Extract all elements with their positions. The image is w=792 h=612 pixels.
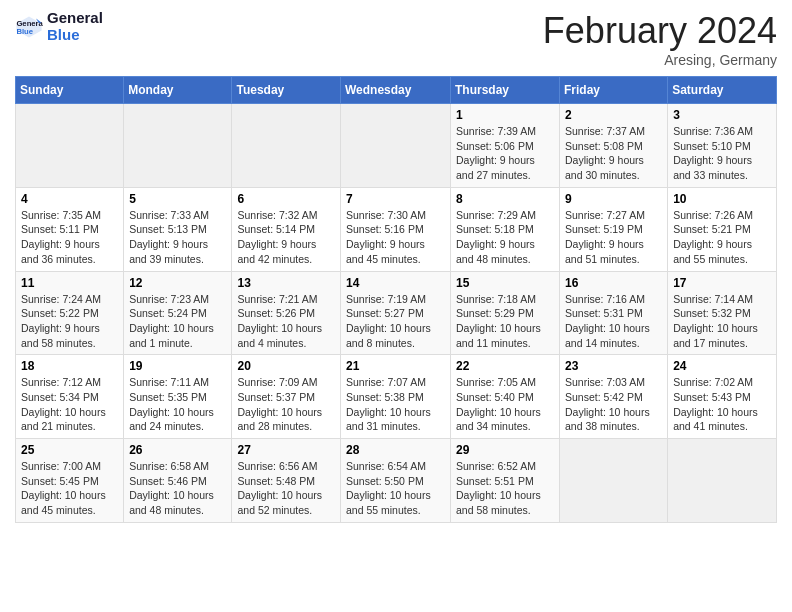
svg-text:Blue: Blue [16, 27, 33, 36]
day-number: 16 [565, 276, 662, 290]
weekday-header-thursday: Thursday [451, 77, 560, 104]
day-info: Sunrise: 7:00 AMSunset: 5:45 PMDaylight:… [21, 459, 118, 518]
calendar-cell: 8Sunrise: 7:29 AMSunset: 5:18 PMDaylight… [451, 187, 560, 271]
day-number: 27 [237, 443, 335, 457]
calendar-cell: 18Sunrise: 7:12 AMSunset: 5:34 PMDayligh… [16, 355, 124, 439]
day-number: 5 [129, 192, 226, 206]
day-number: 24 [673, 359, 771, 373]
calendar-cell: 17Sunrise: 7:14 AMSunset: 5:32 PMDayligh… [668, 271, 777, 355]
calendar-body: 1Sunrise: 7:39 AMSunset: 5:06 PMDaylight… [16, 104, 777, 523]
day-info: Sunrise: 7:12 AMSunset: 5:34 PMDaylight:… [21, 375, 118, 434]
weekday-header-saturday: Saturday [668, 77, 777, 104]
day-info: Sunrise: 7:37 AMSunset: 5:08 PMDaylight:… [565, 124, 662, 183]
calendar-cell: 4Sunrise: 7:35 AMSunset: 5:11 PMDaylight… [16, 187, 124, 271]
logo: General Blue General Blue [15, 10, 103, 43]
calendar-cell: 29Sunrise: 6:52 AMSunset: 5:51 PMDayligh… [451, 439, 560, 523]
calendar-cell [341, 104, 451, 188]
day-number: 9 [565, 192, 662, 206]
title-area: February 2024 Aresing, Germany [543, 10, 777, 68]
day-number: 3 [673, 108, 771, 122]
day-info: Sunrise: 7:29 AMSunset: 5:18 PMDaylight:… [456, 208, 554, 267]
day-number: 10 [673, 192, 771, 206]
day-number: 29 [456, 443, 554, 457]
day-info: Sunrise: 7:30 AMSunset: 5:16 PMDaylight:… [346, 208, 445, 267]
day-number: 22 [456, 359, 554, 373]
calendar-week-row: 18Sunrise: 7:12 AMSunset: 5:34 PMDayligh… [16, 355, 777, 439]
calendar-cell: 24Sunrise: 7:02 AMSunset: 5:43 PMDayligh… [668, 355, 777, 439]
calendar-cell: 22Sunrise: 7:05 AMSunset: 5:40 PMDayligh… [451, 355, 560, 439]
day-info: Sunrise: 7:21 AMSunset: 5:26 PMDaylight:… [237, 292, 335, 351]
logo-icon: General Blue [15, 13, 43, 41]
svg-text:General: General [16, 18, 43, 27]
day-number: 8 [456, 192, 554, 206]
calendar-cell: 2Sunrise: 7:37 AMSunset: 5:08 PMDaylight… [560, 104, 668, 188]
calendar-cell [668, 439, 777, 523]
calendar-week-row: 25Sunrise: 7:00 AMSunset: 5:45 PMDayligh… [16, 439, 777, 523]
day-info: Sunrise: 7:18 AMSunset: 5:29 PMDaylight:… [456, 292, 554, 351]
calendar-cell: 9Sunrise: 7:27 AMSunset: 5:19 PMDaylight… [560, 187, 668, 271]
calendar-cell: 28Sunrise: 6:54 AMSunset: 5:50 PMDayligh… [341, 439, 451, 523]
calendar-cell: 21Sunrise: 7:07 AMSunset: 5:38 PMDayligh… [341, 355, 451, 439]
weekday-header-row: SundayMondayTuesdayWednesdayThursdayFrid… [16, 77, 777, 104]
calendar-cell: 23Sunrise: 7:03 AMSunset: 5:42 PMDayligh… [560, 355, 668, 439]
weekday-header-friday: Friday [560, 77, 668, 104]
day-number: 6 [237, 192, 335, 206]
day-info: Sunrise: 7:26 AMSunset: 5:21 PMDaylight:… [673, 208, 771, 267]
logo-text-general: General [47, 10, 103, 27]
day-info: Sunrise: 6:54 AMSunset: 5:50 PMDaylight:… [346, 459, 445, 518]
day-info: Sunrise: 7:03 AMSunset: 5:42 PMDaylight:… [565, 375, 662, 434]
day-number: 7 [346, 192, 445, 206]
day-number: 17 [673, 276, 771, 290]
day-info: Sunrise: 6:58 AMSunset: 5:46 PMDaylight:… [129, 459, 226, 518]
calendar-cell: 10Sunrise: 7:26 AMSunset: 5:21 PMDayligh… [668, 187, 777, 271]
month-title: February 2024 [543, 10, 777, 52]
header: General Blue General Blue February 2024 … [15, 10, 777, 68]
day-info: Sunrise: 7:05 AMSunset: 5:40 PMDaylight:… [456, 375, 554, 434]
day-info: Sunrise: 7:35 AMSunset: 5:11 PMDaylight:… [21, 208, 118, 267]
weekday-header-monday: Monday [124, 77, 232, 104]
day-number: 1 [456, 108, 554, 122]
calendar-cell: 16Sunrise: 7:16 AMSunset: 5:31 PMDayligh… [560, 271, 668, 355]
calendar-cell: 15Sunrise: 7:18 AMSunset: 5:29 PMDayligh… [451, 271, 560, 355]
day-info: Sunrise: 7:39 AMSunset: 5:06 PMDaylight:… [456, 124, 554, 183]
calendar-cell: 13Sunrise: 7:21 AMSunset: 5:26 PMDayligh… [232, 271, 341, 355]
day-info: Sunrise: 7:14 AMSunset: 5:32 PMDaylight:… [673, 292, 771, 351]
calendar-cell: 20Sunrise: 7:09 AMSunset: 5:37 PMDayligh… [232, 355, 341, 439]
day-info: Sunrise: 7:36 AMSunset: 5:10 PMDaylight:… [673, 124, 771, 183]
weekday-header-sunday: Sunday [16, 77, 124, 104]
calendar-header: SundayMondayTuesdayWednesdayThursdayFrid… [16, 77, 777, 104]
logo-text-blue: Blue [47, 27, 103, 44]
day-number: 26 [129, 443, 226, 457]
day-info: Sunrise: 7:11 AMSunset: 5:35 PMDaylight:… [129, 375, 226, 434]
calendar-week-row: 1Sunrise: 7:39 AMSunset: 5:06 PMDaylight… [16, 104, 777, 188]
calendar-cell: 12Sunrise: 7:23 AMSunset: 5:24 PMDayligh… [124, 271, 232, 355]
calendar-cell [16, 104, 124, 188]
day-number: 14 [346, 276, 445, 290]
calendar-cell: 25Sunrise: 7:00 AMSunset: 5:45 PMDayligh… [16, 439, 124, 523]
day-info: Sunrise: 7:07 AMSunset: 5:38 PMDaylight:… [346, 375, 445, 434]
calendar-cell [232, 104, 341, 188]
calendar-cell [124, 104, 232, 188]
day-info: Sunrise: 7:02 AMSunset: 5:43 PMDaylight:… [673, 375, 771, 434]
day-info: Sunrise: 7:27 AMSunset: 5:19 PMDaylight:… [565, 208, 662, 267]
weekday-header-wednesday: Wednesday [341, 77, 451, 104]
day-info: Sunrise: 7:19 AMSunset: 5:27 PMDaylight:… [346, 292, 445, 351]
day-info: Sunrise: 6:56 AMSunset: 5:48 PMDaylight:… [237, 459, 335, 518]
calendar-cell: 3Sunrise: 7:36 AMSunset: 5:10 PMDaylight… [668, 104, 777, 188]
day-number: 11 [21, 276, 118, 290]
calendar-cell [560, 439, 668, 523]
day-number: 21 [346, 359, 445, 373]
day-number: 18 [21, 359, 118, 373]
day-info: Sunrise: 7:23 AMSunset: 5:24 PMDaylight:… [129, 292, 226, 351]
day-info: Sunrise: 7:32 AMSunset: 5:14 PMDaylight:… [237, 208, 335, 267]
day-number: 13 [237, 276, 335, 290]
calendar-cell: 26Sunrise: 6:58 AMSunset: 5:46 PMDayligh… [124, 439, 232, 523]
calendar-cell: 7Sunrise: 7:30 AMSunset: 5:16 PMDaylight… [341, 187, 451, 271]
calendar-cell: 11Sunrise: 7:24 AMSunset: 5:22 PMDayligh… [16, 271, 124, 355]
day-number: 15 [456, 276, 554, 290]
day-info: Sunrise: 7:09 AMSunset: 5:37 PMDaylight:… [237, 375, 335, 434]
day-number: 28 [346, 443, 445, 457]
day-number: 4 [21, 192, 118, 206]
calendar-table: SundayMondayTuesdayWednesdayThursdayFrid… [15, 76, 777, 523]
day-number: 2 [565, 108, 662, 122]
